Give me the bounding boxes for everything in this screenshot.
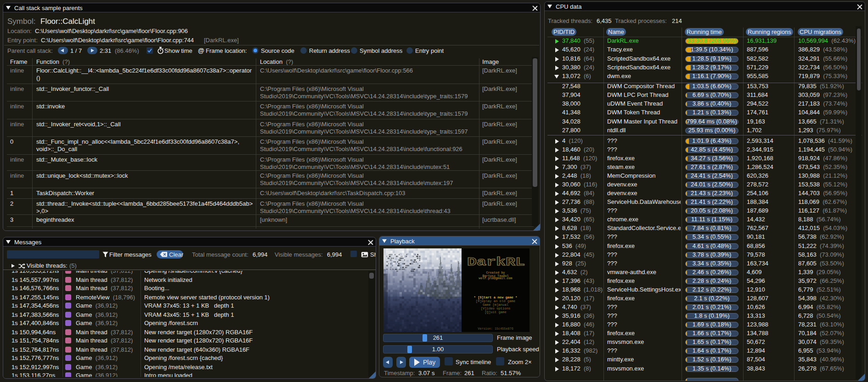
svg-text:DarkRL: DarkRL — [467, 255, 525, 269]
svg-text:Game [m]anual: Game [m]anual — [483, 303, 508, 307]
svg-text:Version: 15c455e876: Version: 15c455e876 — [478, 327, 513, 331]
svg-text:[R]eplay an old game: [R]eplay an old game — [476, 299, 515, 303]
svg-text:[Q]uit game: [Q]uit game — [485, 310, 506, 314]
svg-text:[V]ideo options: [V]ideo options — [481, 307, 511, 310]
svg-text:* [S]tart a new game *: * [S]tart a new game * — [474, 296, 518, 299]
svg-text:wolf.pld@gmail.com: wolf.pld@gmail.com — [479, 276, 512, 280]
